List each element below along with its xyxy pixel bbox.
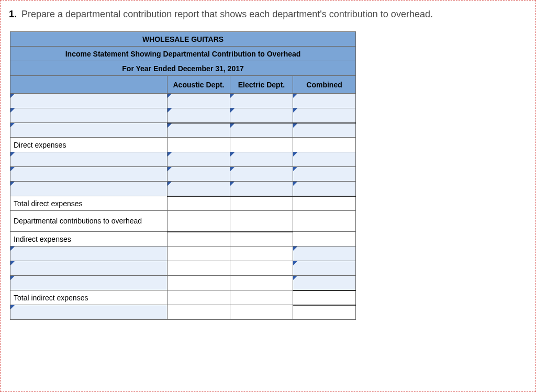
acoustic-input[interactable] [168,123,230,138]
row-label-input[interactable] [10,261,168,276]
combined-contrib [293,211,356,232]
question-body: Prepare a departmental contribution repo… [21,9,433,19]
col-electric-header: Electric Dept. [230,76,293,94]
report-subtitle: Income Statement Showing Departmental Co… [10,47,356,61]
electric-input[interactable] [230,108,293,123]
blank-cell [168,261,230,276]
row-label-input[interactable] [10,305,168,320]
table-row [10,123,356,138]
acoustic-input[interactable] [168,94,230,108]
blank-cell [168,290,230,305]
acoustic-input[interactable] [168,167,230,182]
blank-cell [168,138,230,152]
row-label-input[interactable] [10,152,168,167]
table-row: Total indirect expenses [10,290,356,305]
table-row: Direct expenses [10,138,356,152]
blank-cell [168,276,230,290]
row-label-input[interactable] [10,182,168,196]
electric-total [230,196,293,211]
row-label-input[interactable] [10,94,168,108]
blank-cell [293,232,356,247]
acoustic-input[interactable] [168,182,230,196]
blank-cell [230,138,293,152]
blank-cell [230,261,293,276]
dept-contrib-label: Departmental contributions to overhead [10,211,168,232]
acoustic-contrib [168,211,230,232]
col-label-header [10,76,168,94]
electric-input[interactable] [230,94,293,108]
contribution-report-table: WHOLESALE GUITARS Income Statement Showi… [10,31,356,320]
total-indirect-label: Total indirect expenses [10,290,168,305]
question-number: 1. [9,9,17,19]
blank-cell [230,290,293,305]
blank-cell [168,305,230,320]
combined-input[interactable] [293,123,356,138]
table-row [10,247,356,261]
blank-cell [293,138,356,152]
indirect-expenses-label: Indirect expenses [10,232,168,247]
blank-cell [230,247,293,261]
blank-cell [230,276,293,290]
direct-expenses-label: Direct expenses [10,138,168,152]
electric-input[interactable] [230,152,293,167]
blank-cell [230,232,293,247]
table-row [10,152,356,167]
table-row [10,167,356,182]
table-row [10,108,356,123]
row-label-input[interactable] [10,276,168,290]
row-label-input[interactable] [10,167,168,182]
combined-final [293,305,356,320]
report-period: For Year Ended December 31, 2017 [10,61,356,76]
combined-input[interactable] [293,182,356,196]
row-label-input[interactable] [10,108,168,123]
combined-input[interactable] [293,108,356,123]
combined-input[interactable] [293,247,356,261]
combined-input[interactable] [293,276,356,290]
row-label-input[interactable] [10,247,168,261]
combined-input[interactable] [293,94,356,108]
electric-input[interactable] [230,123,293,138]
combined-input[interactable] [293,152,356,167]
blank-cell [230,305,293,320]
acoustic-input[interactable] [168,152,230,167]
table-row [10,182,356,196]
page-frame: 1. Prepare a departmental contribution r… [0,0,536,392]
table-row: Indirect expenses [10,232,356,247]
acoustic-total [168,196,230,211]
electric-input[interactable] [230,167,293,182]
col-combined-header: Combined [293,76,356,94]
combined-total [293,196,356,211]
combined-total-indirect [293,290,356,305]
table-row [10,305,356,320]
combined-input[interactable] [293,167,356,182]
report-title: WHOLESALE GUITARS [10,32,356,47]
electric-contrib [230,211,293,232]
table-row [10,261,356,276]
table-row [10,276,356,290]
blank-cell [168,232,230,247]
table-row: Departmental contributions to overhead [10,211,356,232]
question-text: 1. Prepare a departmental contribution r… [9,9,527,20]
electric-input[interactable] [230,182,293,196]
blank-cell [168,247,230,261]
combined-input[interactable] [293,261,356,276]
table-row: Total direct expenses [10,196,356,211]
row-label-input[interactable] [10,123,168,138]
total-direct-label: Total direct expenses [10,196,168,211]
acoustic-input[interactable] [168,108,230,123]
col-acoustic-header: Acoustic Dept. [168,76,230,94]
table-row [10,94,356,108]
